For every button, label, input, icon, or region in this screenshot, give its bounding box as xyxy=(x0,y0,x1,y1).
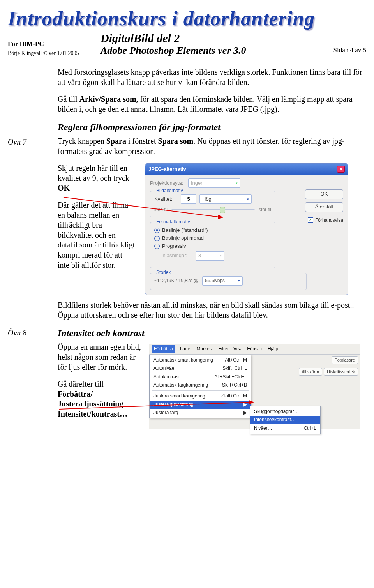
ljussattning-submenu: Skuggor/högdagrar… Intensitet/kontrast… … xyxy=(250,406,321,434)
menu-forbattra[interactable]: Förbättra xyxy=(152,345,175,353)
dd-justera-smart[interactable]: Justera smart korrigeringSkift+Ctrl+M xyxy=(150,392,251,400)
exercise-7-label: Övn 7 xyxy=(8,136,55,327)
close-icon[interactable]: ✕ xyxy=(337,166,345,173)
quality-slider[interactable] xyxy=(171,209,255,210)
ovn8-para-2: Gå därefter till Förbättra/ Justera ljus… xyxy=(58,379,143,419)
format-options-legend: Formatalternativ xyxy=(154,219,192,225)
menu-screenshot: Förbättra Lager Markera Filter Visa Föns… xyxy=(149,344,360,429)
bitrate-dropdown[interactable]: 56,6Kbps▾ xyxy=(202,276,243,286)
quality-label: Kvalitet: xyxy=(154,196,178,203)
ok-button[interactable]: OK xyxy=(305,189,343,199)
pill-till-skarm[interactable]: till skärm xyxy=(299,368,322,376)
dd-autofarg[interactable]: Automatisk färgkorrigeringSkift+Ctrl+B xyxy=(150,381,251,389)
pill-utskrift[interactable]: Utskriftsstorlek xyxy=(324,368,358,376)
menu-lager[interactable]: Lager xyxy=(180,346,192,352)
projection-label: Projektionsyta: xyxy=(150,180,185,187)
exercise-8-label: Övn 8 xyxy=(8,327,55,429)
intro-para-2: Gå till Arkiv/Spara som, för att spara d… xyxy=(58,94,366,114)
projection-dropdown[interactable]: Ingen▾ xyxy=(188,178,240,188)
ovn7-para-4: Bildfilens storlek behöver nästan alltid… xyxy=(58,300,366,320)
doc-title-1: DigitalBild del 2 xyxy=(101,32,312,45)
slider-small-label: liten fil xyxy=(154,207,168,213)
scans-label: Inläsningar: xyxy=(161,253,192,259)
sub-nivaer[interactable]: Nivåer…Ctrl+L xyxy=(250,424,320,433)
menu-fonster[interactable]: Fönster xyxy=(247,346,263,352)
doc-title-2: Adobe Photoshop Elements ver 3.0 xyxy=(101,45,312,57)
menu-hjalp[interactable]: Hjälp xyxy=(268,346,278,352)
doc-header: För IBM-PC Börje Klingvall © ver 1.01 20… xyxy=(8,32,366,57)
forbattra-dropdown: Automatisk smart korrigeringAlt+Ctrl+M A… xyxy=(149,355,251,419)
dd-justera-farg[interactable]: Justera färg▶ xyxy=(150,409,251,417)
radio-baseline-std[interactable]: Baslinje ("standard") xyxy=(154,227,271,234)
intro-para-1: Med förstoringsglasets knapp påverkas in… xyxy=(58,67,366,87)
scans-dropdown: 3▾ xyxy=(196,251,224,261)
page-indicator: Sidan 4 av 5 xyxy=(319,46,366,57)
radio-progressive[interactable]: Progressiv xyxy=(154,243,271,250)
ovn7-para-3: Där gäller det att finna en balans mella… xyxy=(58,200,136,270)
dd-autokontrast[interactable]: AutokontrastAlt+Skift+Ctrl+L xyxy=(150,373,251,381)
pill-fotolasare[interactable]: Fotoläsare xyxy=(332,356,358,364)
size-estimate: ~112,19K / 19,82s @ xyxy=(154,278,198,284)
hdr-platform: För IBM-PC xyxy=(8,40,94,48)
slider-thumb[interactable] xyxy=(220,207,225,213)
dd-autonivaer[interactable]: AutonivåerSkift+Ctrl+L xyxy=(150,364,251,373)
heading-jpg: Reglera filkompressionen för jpg-formate… xyxy=(58,121,366,133)
menu-filter[interactable]: Filter xyxy=(218,346,229,352)
hdr-author: Börje Klingvall © ver 1.01 2005 xyxy=(8,50,94,57)
ovn7-para-2: Skjut regeln här till en kvalitet av 9, … xyxy=(58,163,136,193)
menu-visa[interactable]: Visa xyxy=(233,346,242,352)
preview-checkbox[interactable]: ✓ Förhandsvisa xyxy=(308,217,343,223)
dd-justera-ljus[interactable]: Justera ljussättning▶ xyxy=(150,401,251,409)
dialog-title: JPEG-alternativ xyxy=(148,166,186,173)
quality-level-dropdown[interactable]: Hög▾ xyxy=(199,194,252,204)
radio-baseline-opt[interactable]: Baslinje optimerad xyxy=(154,235,271,242)
sub-intensitet[interactable]: Intensitet/kontrast… xyxy=(250,416,320,424)
ovn8-para-1: Öppna en annan egen bild, helst någon so… xyxy=(58,342,143,372)
header-rule xyxy=(8,59,366,60)
ovn7-para-1: Tryck knappen Spara i fönstret Spara som… xyxy=(58,136,366,156)
quality-number-input[interactable]: 5 xyxy=(181,194,196,204)
menu-markera[interactable]: Markera xyxy=(196,346,213,352)
heading-intensity: Intensitet och kontrast xyxy=(58,327,366,339)
jpeg-options-dialog: JPEG-alternativ ✕ OK Återställ ✓ Förhand… xyxy=(145,163,348,295)
sub-skuggor[interactable]: Skuggor/högdagrar… xyxy=(250,408,320,416)
size-legend: Storlek xyxy=(154,270,173,275)
reset-button[interactable]: Återställ xyxy=(305,202,343,212)
banner-title: Introduktionskurs i datorhantering xyxy=(8,7,366,30)
slider-big-label: stor fil xyxy=(259,207,271,213)
image-options-legend: Bildalternativ xyxy=(154,188,185,194)
dd-auto-smart[interactable]: Automatisk smart korrigeringAlt+Ctrl+M xyxy=(150,356,251,364)
